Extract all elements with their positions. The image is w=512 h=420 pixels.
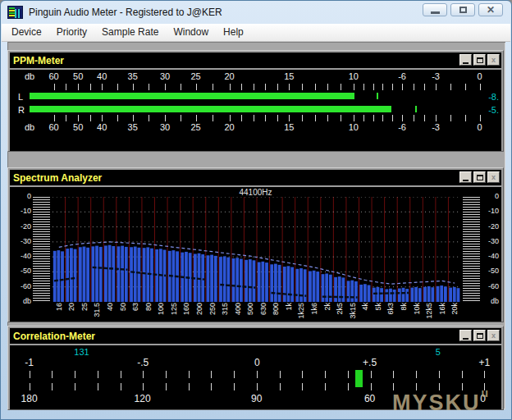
title-bar[interactable]: Pinguin Audio Meter - Registered to J@KE…	[1, 1, 511, 24]
ppm-tick-row	[30, 115, 496, 122]
correlation-title-bar[interactable]: Correlation-Meter x	[10, 328, 501, 344]
close-icon: ✕	[487, 5, 495, 15]
spectrum-y-label: -40	[11, 252, 31, 260]
ppm-scale-label: 40	[97, 122, 107, 132]
ppm-scale-label: 50	[73, 71, 83, 81]
spectrum-y-label: 0	[479, 192, 499, 200]
ppm-scale-label: 30	[160, 71, 170, 81]
ppm-channel-label-L: L	[18, 92, 23, 102]
ppm-tick-row	[30, 84, 496, 91]
menu-sample-rate[interactable]: Sample Rate	[94, 24, 166, 41]
minimize-button[interactable]	[423, 3, 447, 16]
menu-help[interactable]: Help	[216, 24, 251, 41]
spectrum-x-label: 10k	[412, 303, 422, 315]
ppm-scale-label: 20	[224, 71, 234, 81]
spectrum-y-label: -10	[11, 207, 31, 215]
ppm-title: PPM-Meter	[13, 55, 64, 66]
correlation-close-button[interactable]: x	[487, 330, 500, 341]
close-button[interactable]: ✕	[478, 3, 503, 16]
spectrum-x-label: 16	[54, 303, 64, 311]
spectrum-x-label: 80	[144, 303, 153, 311]
ppm-scale-label: 20	[224, 122, 234, 132]
correlation-scale-label: 0	[254, 357, 260, 368]
spectrum-x-label: 1k	[284, 303, 294, 311]
watermark: MYSKUu	[392, 386, 488, 416]
spectrum-y-label: -30	[11, 237, 31, 245]
ppm-scale-label: db	[25, 71, 34, 81]
spectrum-x-label: 200	[194, 303, 204, 315]
ppm-minimize-button[interactable]	[459, 54, 472, 66]
spectrum-x-label: 125	[169, 303, 179, 315]
spectrum-y-label: db	[11, 297, 31, 305]
sample-rate-label: 44100Hz	[10, 188, 501, 197]
ppm-scale-label: 50	[73, 122, 83, 132]
ppm-scale-label: 0	[477, 71, 482, 81]
ppm-scale-track: db605040353025201510-6-30db6050403530252…	[30, 70, 496, 151]
maximize-icon	[477, 57, 483, 63]
ppm-value-L: -8.	[488, 92, 499, 102]
correlation-readout-1: 131	[74, 347, 89, 357]
minimize-icon	[463, 180, 469, 181]
spectrum-close-button[interactable]: x	[487, 171, 500, 183]
correlation-scale-top: -1-.50+.5+1	[15, 357, 496, 368]
spectrum-y-label: 0	[11, 192, 31, 200]
ppm-scale-label: -6	[398, 122, 406, 132]
spectrum-title-bar[interactable]: Spectrum Analyzer x	[10, 170, 501, 185]
close-icon: x	[491, 173, 496, 181]
ppm-scale-label: 10	[349, 122, 359, 132]
ppm-close-button[interactable]: x	[487, 54, 500, 66]
ppm-scale-label: 60	[48, 71, 58, 81]
spectrum-x-label: 250	[208, 303, 217, 315]
spectrum-analyzer-display: 44100Hz0-10-20-30-40-50-60db0-10-20-30-4…	[10, 187, 501, 322]
ppm-scale-label: 0	[477, 122, 482, 132]
spectrum-minimize-button[interactable]	[459, 171, 472, 183]
window-controls: ✕	[423, 3, 503, 16]
spectrum-x-label: 100	[156, 303, 166, 315]
spectrum-x-label: 630	[258, 303, 268, 315]
mdi-area: PPM-Meter x db605040353025201510-6-30db6…	[7, 42, 505, 409]
correlation-scale-label: -.5	[137, 357, 149, 368]
spectrum-y-label: -20	[11, 222, 31, 231]
ppm-title-bar[interactable]: PPM-Meter x	[10, 52, 501, 68]
spectrum-x-label: 16k	[437, 303, 447, 315]
spectrum-x-label: 6k3	[386, 303, 395, 315]
correlation-readout-2: 5	[436, 347, 441, 357]
spectrum-plot	[53, 197, 461, 302]
menu-bar: DevicePrioritySample RateWindowHelp	[2, 24, 510, 42]
ppm-scale-label: 30	[160, 122, 170, 132]
correlation-scale-label: +.5	[363, 357, 377, 368]
ppm-peak-marker-L	[377, 93, 378, 99]
ppm-channel-label-R: R	[18, 105, 25, 115]
spectrum-maximize-button[interactable]	[473, 171, 486, 183]
ppm-scale-label: -3	[432, 122, 440, 132]
ppm-level-bar-L	[30, 93, 354, 99]
correlation-tick-row	[15, 371, 496, 378]
spectrum-x-label: 2k	[322, 303, 332, 311]
spectrum-y-label: -20	[479, 222, 499, 231]
menu-window[interactable]: Window	[166, 24, 216, 41]
ppm-meter-window[interactable]: PPM-Meter x db605040353025201510-6-30db6…	[7, 50, 504, 152]
spectrum-x-label: 1k6	[309, 303, 319, 315]
menu-priority[interactable]: Priority	[49, 24, 94, 41]
correlation-scale-label: +1	[478, 357, 490, 368]
correlation-scale-label: 60	[364, 393, 375, 404]
spectrum-x-label: 20	[66, 303, 76, 311]
spectrum-x-label: 315	[220, 303, 230, 315]
minimize-icon	[431, 11, 440, 14]
spectrum-analyzer-window[interactable]: Spectrum Analyzer x 44100Hz0-10-20-30-40…	[7, 167, 504, 322]
spectrum-x-label: 50	[118, 303, 128, 311]
menu-device[interactable]: Device	[4, 24, 49, 41]
spectrum-x-label: 4k	[360, 303, 370, 311]
ppm-scale-label: 10	[349, 71, 359, 81]
ppm-maximize-button[interactable]	[473, 54, 486, 66]
ppm-scale-label: 40	[97, 71, 107, 81]
restore-button[interactable]	[450, 3, 475, 16]
ppm-peak-marker-R	[415, 106, 417, 112]
spectrum-x-label: 63	[130, 303, 140, 311]
spectrum-x-label: 8k	[399, 303, 409, 311]
spectrum-hatch-left	[33, 197, 50, 302]
ppm-scale-label: -6	[398, 71, 406, 81]
correlation-maximize-button[interactable]	[473, 330, 486, 341]
spectrum-x-label: 12k5	[424, 303, 434, 319]
correlation-minimize-button[interactable]	[459, 330, 472, 341]
